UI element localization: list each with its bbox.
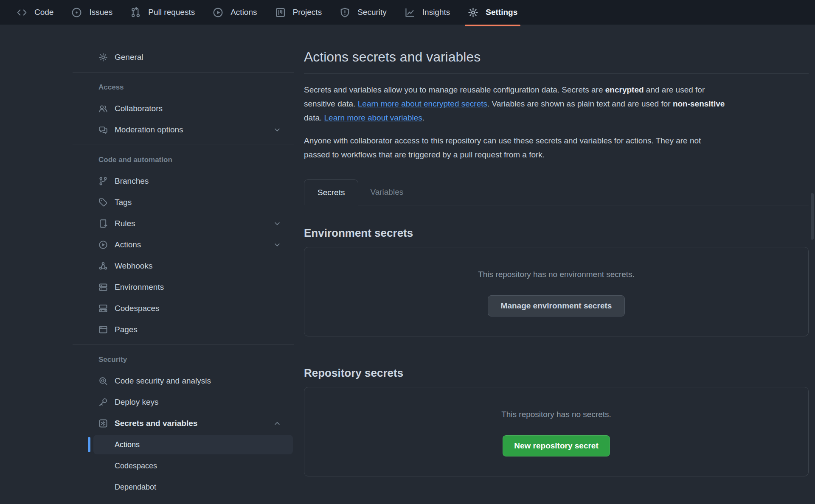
- code-icon: [17, 7, 27, 18]
- manage-environment-secrets-button[interactable]: Manage environment secrets: [488, 295, 625, 316]
- sidebar-subitem-dependabot[interactable]: Dependabot: [73, 476, 294, 498]
- nav-item-label: Pull requests: [148, 8, 195, 17]
- sidebar-divider: [73, 344, 294, 345]
- play-icon: [98, 240, 108, 249]
- sidebar-item-deploy-keys[interactable]: Deploy keys: [73, 392, 294, 413]
- emphasized-text: non-sensitive: [673, 99, 725, 108]
- chevron-down-icon: [273, 219, 281, 228]
- sidebar-item-label: Codespaces: [115, 304, 281, 313]
- sidebar-item-webhooks[interactable]: Webhooks: [73, 255, 294, 277]
- sidebar-item-label: Branches: [115, 176, 281, 186]
- issue-icon: [71, 7, 82, 18]
- sidebar-item-label: Secrets and variables: [115, 419, 273, 428]
- sidebar-subitem-actions[interactable]: Actions: [73, 434, 294, 455]
- sidebar-item-label: Rules: [115, 219, 273, 228]
- body-text: Secrets and variables allow you to manag…: [304, 85, 605, 94]
- sidebar-item-label: Collaborators: [115, 104, 281, 113]
- gear-icon: [98, 53, 108, 62]
- body-text: and are used for: [644, 85, 705, 94]
- codescan-icon: [98, 376, 108, 386]
- selected-indicator-bar: [88, 437, 90, 452]
- new-repository-secret-button[interactable]: New repository secret: [503, 435, 610, 456]
- repository-secrets-empty-box: This repository has no secrets. New repo…: [304, 387, 809, 476]
- discussion-icon: [98, 125, 108, 134]
- intro-paragraph: Secrets and variables allow you to manag…: [304, 83, 809, 125]
- sidebar-item-pages[interactable]: Pages: [73, 319, 294, 340]
- people-icon: [98, 104, 108, 113]
- tab-secrets[interactable]: Secrets: [304, 179, 358, 205]
- play-icon: [213, 7, 223, 18]
- repository-secrets-section: Repository secrets This repository has n…: [304, 366, 809, 476]
- environment-secrets-section: Environment secrets This repository has …: [304, 226, 809, 336]
- sidebar-item-label: Code security and analysis: [115, 376, 281, 386]
- body-text: Anyone with collaborator access to this …: [304, 136, 701, 145]
- repository-secrets-heading: Repository secrets: [304, 366, 809, 380]
- codespaces-icon: [98, 304, 108, 313]
- keyAsterisk-icon: [98, 419, 108, 428]
- rules-icon: [98, 219, 108, 228]
- sidebar-section-header-security: Security: [73, 349, 294, 370]
- sidebar-divider: [73, 145, 294, 145]
- sidebar-item-label: Tags: [115, 198, 281, 207]
- chevron-down-icon: [273, 126, 281, 134]
- nav-item-label: Code: [34, 8, 53, 17]
- link-learn-more-about-encrypted-secrets[interactable]: Learn more about encrypted secrets: [358, 99, 487, 108]
- webhook-icon: [98, 261, 108, 271]
- page-title: Actions secrets and variables: [304, 48, 809, 66]
- sidebar-item-collaborators[interactable]: Collaborators: [73, 98, 294, 119]
- sidebar-item-branches[interactable]: Branches: [73, 171, 294, 192]
- sidebar-item-environments[interactable]: Environments: [73, 277, 294, 298]
- sidebar-divider: [73, 72, 294, 73]
- nav-item-actions[interactable]: Actions: [207, 0, 262, 25]
- browser-icon: [98, 325, 108, 334]
- sidebar-item-rules[interactable]: Rules: [73, 213, 294, 234]
- nav-item-code[interactable]: Code: [11, 0, 59, 25]
- secrets-variables-tabnav: Secrets Variables: [304, 179, 809, 205]
- emphasized-text: encrypted: [605, 85, 644, 94]
- body-text: data.: [304, 113, 324, 122]
- sidebar-item-general[interactable]: General: [73, 47, 294, 68]
- main-content: Actions secrets and variables Secrets an…: [304, 0, 809, 476]
- nav-item-label: Actions: [230, 8, 257, 17]
- scrollbar-thumb[interactable]: [811, 193, 814, 240]
- server-icon: [98, 283, 108, 292]
- sidebar-item-moderation-options[interactable]: Moderation options: [73, 119, 294, 140]
- sidebar-item-codespaces[interactable]: Codespaces: [73, 298, 294, 319]
- sidebar-item-tags[interactable]: Tags: [73, 192, 294, 213]
- sidebar-item-label: Webhooks: [115, 261, 281, 271]
- title-divider: [304, 73, 809, 74]
- sidebar-subitem-codespaces[interactable]: Codespaces: [73, 455, 294, 476]
- environment-secrets-empty-box: This repository has no environment secre…: [304, 247, 809, 336]
- repository-secrets-empty-text: This repository has no secrets.: [501, 409, 611, 419]
- sidebar-item-label: Environments: [115, 283, 281, 292]
- environment-secrets-heading: Environment secrets: [304, 226, 809, 240]
- chevron-down-icon: [273, 241, 281, 249]
- sidebar-subitem-label: Codespaces: [115, 462, 157, 470]
- body-text: passed to workflows that are triggered b…: [304, 150, 545, 159]
- chevron-up-icon: [273, 419, 281, 428]
- body-text: .: [422, 113, 424, 122]
- sidebar-item-label: General: [115, 53, 281, 62]
- sidebar-section-header-code-and-automation: Code and automation: [73, 149, 294, 171]
- environment-secrets-empty-text: This repository has no environment secre…: [478, 269, 635, 279]
- sidebar-subitem-label: Actions: [115, 440, 140, 449]
- project-icon: [275, 7, 286, 18]
- key-icon: [98, 398, 108, 407]
- settings-sidebar: GeneralAccessCollaboratorsModeration opt…: [73, 47, 294, 498]
- nav-item-issues[interactable]: Issues: [66, 0, 118, 25]
- link-learn-more-about-variables[interactable]: Learn more about variables: [324, 113, 422, 122]
- branch-icon: [98, 176, 108, 186]
- sidebar-subitem-label: Dependabot: [115, 483, 156, 492]
- sidebar-item-secrets-and-variables[interactable]: Secrets and variables: [73, 413, 294, 434]
- pr-icon: [130, 7, 141, 18]
- sidebar-item-actions[interactable]: Actions: [73, 234, 294, 255]
- tab-variables[interactable]: Variables: [358, 179, 415, 205]
- sidebar-item-label: Pages: [115, 325, 281, 334]
- collaborator-paragraph: Anyone with collaborator access to this …: [304, 134, 809, 162]
- nav-item-pull-requests[interactable]: Pull requests: [125, 0, 200, 25]
- sidebar-item-label: Moderation options: [115, 125, 273, 134]
- sidebar-item-label: Deploy keys: [115, 398, 281, 407]
- sidebar-item-code-security-and-analysis[interactable]: Code security and analysis: [73, 370, 294, 392]
- nav-item-label: Issues: [89, 8, 112, 17]
- body-text: . Variables are shown as plain text and …: [487, 99, 673, 108]
